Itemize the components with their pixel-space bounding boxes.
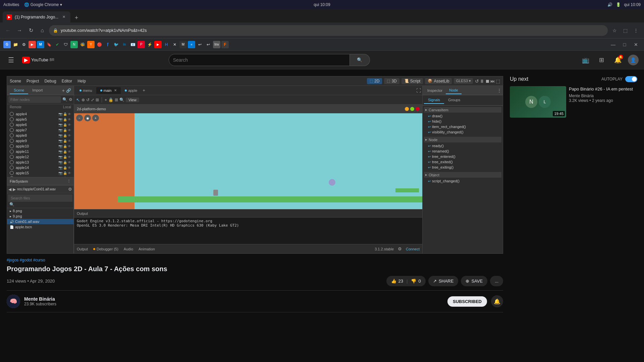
signals-subtab[interactable]: Signals <box>424 97 444 104</box>
audio-tab[interactable]: Audio <box>124 247 133 251</box>
ext-icon-22[interactable]: M <box>179 41 187 48</box>
more-button[interactable]: ... <box>490 276 503 286</box>
add-tab-button[interactable]: + <box>143 88 145 93</box>
godot-ctrl-5[interactable]: ⬚ <box>496 78 500 84</box>
search-nodes-icon[interactable]: 🔍 <box>62 97 67 102</box>
godot-ctrl-4[interactable]: ⏭ <box>490 78 495 84</box>
signal-ready[interactable]: ↩ ready() <box>424 143 501 148</box>
filesystem-search[interactable] <box>8 194 72 202</box>
zoom-in-btn[interactable]: + <box>92 115 99 121</box>
settings-icon[interactable]: ⚙ <box>398 246 402 251</box>
yt-logo[interactable]: ▶ YouTube BR <box>22 57 54 63</box>
recommendation-item[interactable]: N L 19:45 Papo Binário #26 - IA em pente… <box>510 86 637 118</box>
godot-tab-apple[interactable]: apple <box>121 87 141 94</box>
node-apple13[interactable]: apple13 📷🔒👁 <box>7 160 74 165</box>
godot-3d-tab[interactable]: ⬚ 3D <box>384 78 399 84</box>
zoom-out-btn[interactable]: − <box>76 115 83 121</box>
menu-button[interactable]: ⋮ <box>631 26 641 35</box>
node-apple11[interactable]: apple11 📷🔒👁 <box>7 149 74 154</box>
ext-icon-4[interactable]: ▶ <box>29 41 36 48</box>
like-button[interactable]: 👍 23 | 👎 0 <box>386 276 426 286</box>
subscribe-button[interactable]: SUBSCRIBED <box>447 296 487 307</box>
cast-button[interactable]: 📺 <box>580 54 592 66</box>
ext-icon-26[interactable]: Inv <box>213 41 220 48</box>
video-tags[interactable]: #jogos #godot #curso <box>7 258 503 262</box>
node-apple6[interactable]: apple6 📷🔒👁 <box>7 122 74 127</box>
godot-menu-project[interactable]: Project <box>26 79 39 83</box>
fs-forward-button[interactable]: ▶ <box>13 187 16 192</box>
object-header[interactable]: ▸ Object <box>424 172 501 178</box>
close-dot[interactable] <box>416 107 420 111</box>
signal-tree-exited[interactable]: ↩ tree_exited() <box>424 159 501 165</box>
forward-button[interactable]: → <box>15 26 24 35</box>
search-button[interactable]: 🔍 <box>350 54 370 66</box>
notification-button[interactable]: 🔔 🔔 <box>612 54 624 66</box>
debugger-tab[interactable]: Debugger (5) <box>93 247 118 251</box>
star-button[interactable]: ☆ <box>610 26 619 35</box>
godot-ctrl-3[interactable]: ⏹ <box>485 78 490 84</box>
ext-icon-5[interactable]: M <box>37 41 44 48</box>
activities-label[interactable]: Activities <box>3 2 19 7</box>
channel-avatar[interactable]: 🧠 <box>7 295 20 308</box>
ext-icon-2[interactable]: 📁 <box>12 41 19 48</box>
scene-tab[interactable]: Scene <box>10 87 28 94</box>
maximize-dot[interactable] <box>410 107 414 111</box>
inspector-options[interactable]: ⋮ <box>497 88 501 93</box>
godot-menu-help[interactable]: Help <box>77 79 86 83</box>
browser-tab[interactable]: ▶ (1) Programando Jogo... ✕ <box>3 11 70 22</box>
godot-ctrl-1[interactable]: ↺ <box>475 78 479 84</box>
view-button[interactable]: View <box>126 98 139 102</box>
godot-script-tab[interactable]: 📜 Script <box>401 78 423 84</box>
chrome-label[interactable]: 🌐 Google Chrome ▾ <box>24 2 62 7</box>
ext-icon-14[interactable]: 🐦 <box>112 41 120 48</box>
scene-options-icon[interactable]: ⚙ <box>69 97 72 102</box>
node-tab[interactable]: Node <box>446 87 461 94</box>
ext-icon-19[interactable]: ▶ <box>154 41 162 48</box>
node-apple12[interactable]: apple12 📷🔒👁 <box>7 154 74 160</box>
fs-item-coin01[interactable]: 🔊 Coin01.aif.wav <box>7 219 73 224</box>
signal-draw[interactable]: ↩ draw() <box>424 113 501 119</box>
close-main-tab[interactable]: ✕ <box>114 88 117 92</box>
node-apple14[interactable]: apple14 📷🔒👁 <box>7 165 74 170</box>
game-window-controls[interactable] <box>405 107 420 111</box>
ext-icon-6[interactable]: 🔖 <box>45 41 53 48</box>
ext-icon-25[interactable]: ↩ <box>205 41 212 48</box>
node-apple4[interactable]: apple4 📷🔒👁 <box>7 111 74 117</box>
node-apple5[interactable]: apple5 📷🔒👁 <box>7 117 74 122</box>
home-button[interactable]: ⌂ <box>38 26 47 35</box>
address-bar[interactable]: 🔒 youtube.com/watch?v=atpk1vNAmPs&t=42s <box>49 25 608 36</box>
godot-ctrl-2[interactable]: ⏸ <box>480 78 484 84</box>
maximize-button[interactable]: □ <box>620 40 629 49</box>
ext-icon-17[interactable]: P <box>138 41 145 48</box>
user-avatar[interactable]: 👤 <box>628 55 639 65</box>
ext-icon-20[interactable]: H <box>163 41 170 48</box>
ext-icon-27[interactable]: F <box>221 41 229 48</box>
ext-icon-7[interactable]: ✔ <box>54 41 61 48</box>
inspector-tab[interactable]: Inspector <box>424 87 446 94</box>
fs-back-button[interactable]: ◀ <box>8 187 11 192</box>
signal-renamed[interactable]: ↩ renamed() <box>424 148 501 154</box>
search-input[interactable] <box>169 54 350 66</box>
node-apple16[interactable]: apple16 📷🔒👁 <box>7 176 74 177</box>
new-tab-button[interactable]: + <box>72 13 81 22</box>
node-apple8[interactable]: apple8 📷🔒👁 <box>7 133 74 138</box>
connect-button[interactable]: Connect <box>406 247 420 251</box>
output-label[interactable]: Output <box>77 212 88 216</box>
ext-icon-11[interactable]: Y <box>87 41 95 48</box>
viewport-rotate-tool[interactable]: ↺ <box>86 98 90 102</box>
canvasitem-header[interactable]: ▸ CanvasItem <box>424 107 501 113</box>
minimize-button[interactable]: — <box>608 40 618 49</box>
fs-item-9png[interactable]: ▸ 9.png <box>7 214 73 219</box>
add-node-icon[interactable]: + <box>62 88 65 93</box>
godot-menu-debug[interactable]: Debug <box>44 79 56 83</box>
viewport-move-tool[interactable]: ↖ <box>76 97 80 103</box>
viewport-group-icon[interactable]: ⊞ <box>96 98 99 102</box>
close-button[interactable]: ✕ <box>631 40 641 49</box>
share-button[interactable]: ↗ SHARE <box>428 276 459 286</box>
fs-options-icon[interactable]: ⚙ <box>68 187 72 192</box>
fs-item-appletscn[interactable]: 📄 apple.tscn <box>7 224 73 230</box>
godot-gles-label[interactable]: GLES3 ▾ <box>454 78 473 84</box>
viewport-snap-icon[interactable]: ⌖ <box>105 98 107 102</box>
reset-zoom-btn[interactable]: ◉ <box>84 115 91 121</box>
grid-button[interactable]: ⊞ <box>596 54 608 66</box>
